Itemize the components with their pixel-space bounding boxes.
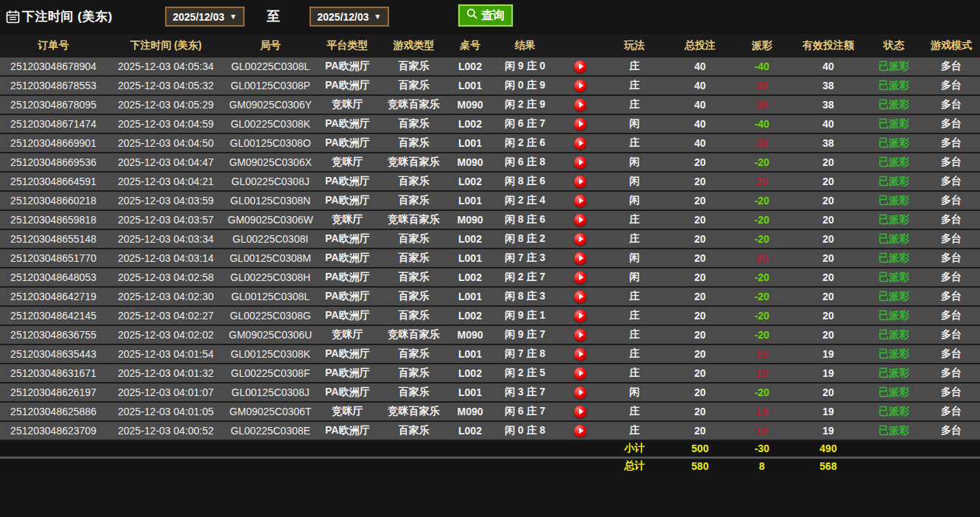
total-bet: 40 (668, 133, 732, 153)
game-type: 百家乐 (379, 268, 449, 287)
bet-time: 2025-12-03 04:02:27 (107, 306, 225, 325)
col-header-valid-bet: 有效投注额 (791, 35, 865, 57)
game-mode: 多台 (923, 153, 980, 172)
play-video-icon[interactable] (574, 99, 587, 111)
replay-cell (559, 364, 601, 383)
date-from-select[interactable]: 2025/12/03 ▼ (165, 7, 245, 27)
platform-type: 竞咪厅 (316, 153, 379, 172)
game-type: 百家乐 (379, 287, 449, 306)
game-type: 竞咪百家乐 (379, 95, 449, 114)
play-type: 庄 (601, 402, 668, 421)
play-type: 闲 (601, 268, 668, 287)
payout: -40 (732, 57, 791, 76)
play-video-icon[interactable] (574, 310, 587, 322)
play-video-icon[interactable] (574, 118, 587, 131)
subtotal-empty-cell (491, 440, 559, 457)
col-header-status: 状态 (865, 35, 923, 57)
table-row: 2512030486785532025-12-03 04:05:32GL0012… (0, 76, 980, 95)
game-type: 竞咪百家乐 (379, 402, 449, 421)
play-video-icon[interactable] (574, 176, 587, 188)
play-video-icon[interactable] (574, 329, 587, 341)
play-video-icon[interactable] (574, 195, 587, 207)
table-no: M090 (449, 95, 491, 114)
total-empty-cell (449, 457, 491, 474)
result: 闲 8 庄 6 (491, 172, 559, 191)
calendar-icon (6, 10, 20, 27)
total-bet: 40 (668, 76, 732, 95)
status: 已派彩 (865, 325, 923, 344)
payout: 19 (732, 364, 791, 383)
game-type: 竞咪百家乐 (379, 325, 449, 344)
replay-cell (559, 249, 601, 268)
play-video-icon[interactable] (574, 271, 587, 284)
order-no: 251203048626197 (0, 383, 107, 402)
table-no: L002 (449, 172, 491, 191)
platform-type: PA欧洲厅 (316, 306, 379, 325)
play-video-icon[interactable] (574, 367, 587, 380)
valid-bet: 20 (791, 153, 865, 172)
game-mode: 多台 (923, 383, 980, 402)
play-video-icon[interactable] (574, 291, 587, 303)
valid-bet: 40 (791, 57, 865, 76)
status: 已派彩 (865, 268, 923, 287)
play-video-icon[interactable] (574, 80, 587, 92)
total-bet: 20 (668, 229, 732, 249)
total-bet: 20 (668, 325, 732, 344)
search-button[interactable]: 查询 (458, 4, 513, 27)
play-video-icon[interactable] (574, 425, 587, 437)
round-no: GL00125C0308K (225, 344, 316, 364)
replay-cell (559, 114, 601, 133)
game-mode: 多台 (923, 95, 980, 114)
play-video-icon[interactable] (574, 406, 587, 418)
subtotal-label: 小计 (601, 440, 668, 457)
date-to-select[interactable]: 2025/12/03 ▼ (309, 7, 389, 27)
game-mode: 多台 (923, 191, 980, 210)
replay-cell (559, 306, 601, 325)
status: 已派彩 (865, 57, 923, 76)
total-bet: 20 (668, 210, 732, 229)
total-bet: 20 (668, 287, 732, 306)
round-no: GL00225C0308J (225, 172, 316, 191)
valid-bet: 19 (791, 402, 865, 421)
payout: 38 (732, 76, 791, 95)
order-no: 251203048651770 (0, 249, 107, 268)
total-bet: 40 (668, 95, 732, 114)
round-no: GM09025C0306T (225, 402, 316, 421)
game-type: 竞咪百家乐 (379, 153, 449, 172)
status: 已派彩 (865, 191, 923, 210)
play-type: 庄 (601, 229, 668, 249)
play-video-icon[interactable] (574, 386, 587, 399)
search-button-label: 查询 (481, 8, 505, 24)
play-type: 庄 (601, 364, 668, 383)
play-video-icon[interactable] (574, 60, 587, 73)
table-row: 2512030486354432025-12-03 04:01:54GL0012… (0, 344, 980, 364)
bet-time: 2025-12-03 04:01:07 (107, 383, 225, 402)
replay-cell (559, 210, 601, 229)
total-bet: 20 (668, 172, 732, 191)
table-row: 2512030486427192025-12-03 04:02:30GL0012… (0, 287, 980, 306)
order-no: 251203048669536 (0, 153, 107, 172)
play-video-icon[interactable] (574, 156, 587, 169)
play-video-icon[interactable] (574, 233, 587, 246)
subtotal-empty-cell (0, 440, 107, 457)
payout: 19 (732, 344, 791, 364)
round-no: GL00125C0308M (225, 249, 316, 268)
game-mode: 多台 (923, 402, 980, 421)
status: 已派彩 (865, 153, 923, 172)
table-row: 2512030486316712025-12-03 04:01:32GL0022… (0, 364, 980, 383)
play-video-icon[interactable] (574, 348, 587, 361)
game-type: 百家乐 (379, 364, 449, 383)
table-no: L002 (449, 364, 491, 383)
result: 闲 2 庄 9 (491, 95, 559, 114)
play-video-icon[interactable] (574, 214, 587, 226)
total-payout: 8 (732, 457, 791, 474)
subtotal-row: 小计500-30490 (0, 440, 980, 457)
order-no: 251203048625886 (0, 402, 107, 421)
result: 闲 9 庄 1 (491, 306, 559, 325)
subtotal-valid-bet: 490 (791, 440, 865, 457)
table-no: L002 (449, 268, 491, 287)
play-type: 庄 (601, 210, 668, 229)
table-no: L001 (449, 249, 491, 268)
play-video-icon[interactable] (574, 137, 587, 150)
play-video-icon[interactable] (574, 252, 587, 265)
